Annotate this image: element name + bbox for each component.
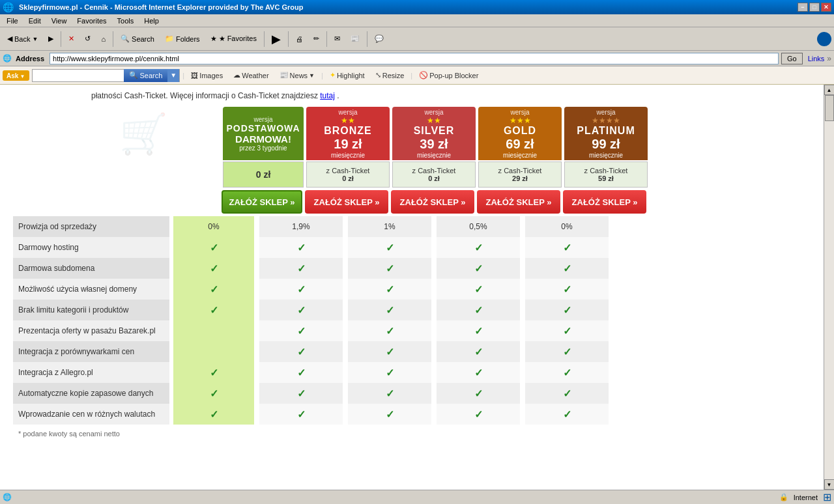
menu-view[interactable]: View xyxy=(46,16,72,26)
ask-images-button[interactable]: 🖼 Images xyxy=(187,70,227,81)
menu-file[interactable]: File xyxy=(1,16,23,26)
ask-popup-blocker-button[interactable]: 🚫 Pop-up Blocker xyxy=(415,70,482,81)
silver-plan-price: 39 zł xyxy=(420,137,448,152)
news-button[interactable]: 📰 xyxy=(346,30,364,48)
signup-button-silver[interactable]: ZAŁÓŻ SKLEP » xyxy=(391,190,474,214)
links-arrow: » xyxy=(827,54,831,63)
search-button[interactable]: 🔍 Search xyxy=(116,30,159,48)
cell-platinum-commission: 0% xyxy=(525,216,609,237)
maximize-button[interactable]: □ xyxy=(809,3,820,12)
scrollbar-right[interactable]: ▲ ▼ xyxy=(824,85,834,490)
plan-header-bronze: wersja ★★ BRONZE 19 zł miesięcznie xyxy=(306,107,390,160)
menu-favorites[interactable]: Favorites xyxy=(72,16,111,26)
ask-search-input[interactable] xyxy=(33,70,124,81)
ask-separator-3: | xyxy=(410,72,412,79)
cell-bronze-comparators: ✓ xyxy=(259,341,343,362)
favorites-button[interactable]: ★ ★ Favorites xyxy=(206,30,261,48)
page-content: płatności Cash-Ticket. Więcej informacji… xyxy=(0,85,824,444)
folders-button[interactable]: 📁 Folders xyxy=(160,30,205,48)
media-button[interactable]: ▶ xyxy=(267,30,285,48)
ask-highlight-button[interactable]: ✦ Highlight xyxy=(326,70,369,81)
stop-button[interactable]: ✕ xyxy=(64,30,79,48)
cell-bronze-subdomain: ✓ xyxy=(259,258,343,279)
scroll-thumb[interactable] xyxy=(825,95,834,121)
domain-values: ✓ ✓ ✓ ✓ ✓ xyxy=(169,279,610,300)
toolbar-separator-3 xyxy=(264,31,265,47)
popup-icon: 🚫 xyxy=(419,71,428,79)
windows-logo: ⊞ xyxy=(823,491,831,503)
scroll-up-button[interactable]: ▲ xyxy=(824,85,835,95)
cell-gold-subdomain: ✓ xyxy=(437,258,520,279)
cash-platinum-label: z Cash-Ticket xyxy=(584,167,628,175)
signup-button-platinum[interactable]: ZAŁÓŻ SKLEP » xyxy=(563,190,646,214)
cell-platinum-bazarek: ✓ xyxy=(525,320,609,341)
gold-stars: ★★★ xyxy=(510,116,531,125)
cash-section: 0 zł z Cash-Ticket 0 zł z Cash-Ticket 0 … xyxy=(13,161,811,188)
intro-link[interactable]: tutaj xyxy=(320,91,335,100)
weather-icon: ☁ xyxy=(233,71,240,79)
messenger-icon: 💬 xyxy=(375,35,384,43)
cell-bronze-domain: ✓ xyxy=(259,279,343,300)
silver-version-label: wersja xyxy=(425,109,444,116)
cell-free-commission: 0% xyxy=(173,216,254,237)
ask-resize-button[interactable]: ⤡ Resize xyxy=(371,70,409,81)
minimize-button[interactable]: − xyxy=(798,3,808,12)
button-section: ZAŁÓŻ SKLEP » ZAŁÓŻ SKLEP » ZAŁÓŻ SKLEP … xyxy=(13,190,811,214)
cell-bronze-bazarek: ✓ xyxy=(259,320,343,341)
bronze-plan-price: 19 zł xyxy=(334,137,362,152)
cell-silver-allegro: ✓ xyxy=(348,362,431,383)
ask-search-button[interactable]: 🔍 Search xyxy=(124,69,168,82)
cell-platinum-comparators: ✓ xyxy=(525,341,609,362)
cell-free-comparators xyxy=(173,341,254,362)
free-version-label: wersja xyxy=(254,116,273,123)
feature-label-comparators: Integracja z porównywarkami cen xyxy=(13,341,169,362)
back-button[interactable]: ◀ Back ▼ xyxy=(3,30,42,48)
gold-version-label: wersja xyxy=(511,109,530,116)
footnote: * podane kwoty są cenami netto xyxy=(13,430,811,438)
toolbar-separator-5 xyxy=(326,31,327,47)
cell-gold-nolimit: ✓ xyxy=(437,300,520,320)
table-row: Darmowa subdomena ✓ ✓ ✓ ✓ ✓ xyxy=(13,258,811,279)
home-button[interactable]: ⌂ xyxy=(96,30,110,48)
commission-values: 0% 1,9% 1% 0,5% 0% xyxy=(169,216,610,237)
go-button[interactable]: Go xyxy=(781,53,803,64)
platinum-plan-name: PLATINUM xyxy=(577,125,635,137)
ask-search-dropdown[interactable]: ▼ xyxy=(167,69,179,82)
ask-weather-button[interactable]: ☁ Weather xyxy=(229,70,272,81)
print-button[interactable]: 🖨 xyxy=(291,30,308,48)
signup-button-free[interactable]: ZAŁÓŻ SKLEP » xyxy=(222,190,302,214)
allegro-values: ✓ ✓ ✓ ✓ ✓ xyxy=(169,362,610,383)
menu-edit[interactable]: Edit xyxy=(23,16,46,26)
ask-news-button[interactable]: 📰 News ▼ xyxy=(276,70,319,81)
refresh-button[interactable]: ↺ xyxy=(80,30,95,48)
signup-button-gold[interactable]: ZAŁÓŻ SKLEP » xyxy=(477,190,560,214)
cash-cell-gold: z Cash-Ticket 29 zł xyxy=(478,161,562,188)
signup-button-bronze[interactable]: ZAŁÓŻ SKLEP » xyxy=(305,190,388,214)
cell-silver-commission: 1% xyxy=(348,216,431,237)
address-input[interactable] xyxy=(50,53,779,64)
forward-button[interactable]: ▶ xyxy=(44,30,58,48)
page-outer: płatności Cash-Ticket. Więcej informacji… xyxy=(0,85,824,490)
mail-button[interactable]: ✉ xyxy=(330,30,345,48)
menu-help[interactable]: Help xyxy=(139,16,164,26)
feature-label-backup: Automatyczne kopie zapasowe danych xyxy=(13,383,169,404)
cell-platinum-currency: ✓ xyxy=(525,404,609,425)
scroll-track[interactable] xyxy=(824,95,834,479)
messenger-button[interactable]: 💬 xyxy=(370,30,388,48)
cell-silver-backup: ✓ xyxy=(348,383,431,404)
menu-tools[interactable]: Tools xyxy=(112,16,139,26)
forward-icon: ▶ xyxy=(48,35,53,43)
ie-logo xyxy=(817,32,831,46)
cash-cell-platinum: z Cash-Ticket 59 zł xyxy=(564,161,648,188)
cell-free-domain: ✓ xyxy=(173,279,254,300)
edit-button[interactable]: ✏ xyxy=(309,30,324,48)
links-label: Links xyxy=(808,55,825,63)
cash-feature-spacer xyxy=(65,161,222,188)
cash-cell-silver: z Cash-Ticket 0 zł xyxy=(392,161,476,188)
free-plan-extra: przez 3 tygodnie xyxy=(239,145,287,152)
close-button[interactable]: ✕ xyxy=(821,3,831,12)
cell-bronze-nolimit: ✓ xyxy=(259,300,343,320)
toolbar-separator-4 xyxy=(288,31,289,47)
cell-free-bazarek xyxy=(173,320,254,341)
scroll-down-button[interactable]: ▼ xyxy=(824,479,835,490)
